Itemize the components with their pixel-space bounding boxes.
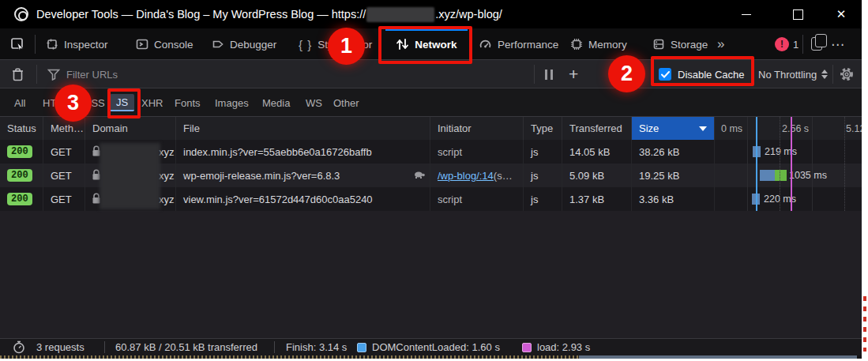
- filter-fonts[interactable]: Fonts: [175, 88, 201, 117]
- timeline-tick-2: 5.12: [846, 117, 862, 140]
- window-title-prefix: Developer Tools — Dinda's Blog – My Word…: [36, 8, 366, 21]
- col-timeline[interactable]: 0 ms 2.56 s 5.12: [715, 117, 862, 140]
- domain-suffix: xyz: [159, 194, 175, 205]
- debugger-icon: [212, 38, 224, 51]
- waterfall-cell: 220 ms: [715, 187, 862, 211]
- trash-icon: [11, 67, 24, 82]
- col-type[interactable]: Type: [524, 117, 562, 140]
- status-badge: 200: [7, 145, 32, 158]
- redacted-domain-blur: [366, 7, 434, 22]
- dom-content-loaded-time[interactable]: DOMContentLoaded: 1.60 s: [372, 339, 500, 355]
- transferred-cell: 1.37 kB: [562, 187, 632, 211]
- timeline-tick-1: 2.56 s: [782, 117, 809, 140]
- size-cell: 38.26 kB: [632, 140, 715, 164]
- file-cell: index.min.js?ver=55aebb6e0a16726baffb: [176, 140, 430, 164]
- window-title-suffix: .xyz/wp-blog/: [435, 8, 502, 21]
- annotation-step-3: 3: [54, 85, 92, 122]
- tab-label: Console: [154, 39, 194, 51]
- filter-images[interactable]: Images: [215, 88, 249, 117]
- pause-icon: [545, 70, 553, 80]
- col-domain[interactable]: Domain: [85, 117, 176, 140]
- col-file[interactable]: File: [176, 117, 430, 140]
- domain-suffix: xyz: [159, 170, 175, 182]
- col-size-sorted[interactable]: Size: [632, 117, 715, 140]
- initiator-cell: /wp-blog/:14 (s…: [430, 164, 524, 187]
- col-initiator[interactable]: Initiator: [430, 117, 524, 140]
- tab-console[interactable]: Console: [136, 28, 194, 60]
- tab-performance[interactable]: Performance: [479, 28, 558, 60]
- tab-storage[interactable]: Storage: [652, 28, 708, 60]
- timeline-gridline: [780, 117, 780, 211]
- dcl-legend-swatch: [357, 339, 366, 355]
- tab-label: Inspector: [64, 39, 108, 51]
- responsive-design-icon[interactable]: [811, 37, 822, 51]
- tab-overflow-chevrons[interactable]: »: [717, 28, 723, 60]
- file-cell: wp-emoji-release.min.js?ver=6.8.3: [176, 164, 430, 187]
- timeline-gridline: [747, 117, 748, 211]
- filter-xhr[interactable]: XHR: [141, 88, 163, 117]
- requests-count[interactable]: 3 requests: [36, 339, 85, 355]
- filter-other[interactable]: Other: [333, 88, 359, 117]
- status-bar: 3 requests 60.87 kB / 20.51 kB transferr…: [0, 338, 862, 355]
- annotation-step-1: 1: [328, 28, 365, 65]
- finish-time: Finish: 3.14 s: [286, 339, 347, 355]
- size-cell: 19.25 kB: [632, 164, 715, 187]
- transferred-summary[interactable]: 60.87 kB / 20.51 kB transferred: [115, 339, 257, 355]
- minimize-button[interactable]: [729, 0, 764, 28]
- redacted-domain-column-blur: [100, 143, 160, 209]
- title-bar: Developer Tools — Dinda's Blog – My Word…: [0, 0, 862, 28]
- status-badge: 200: [7, 193, 32, 205]
- throttling-select[interactable]: No Throttling: [758, 60, 828, 88]
- waterfall-time: 1035 ms: [789, 164, 827, 187]
- load-time[interactable]: load: 2.93 s: [537, 339, 590, 355]
- col-size-label: Size: [639, 122, 659, 134]
- maximize-button[interactable]: [780, 0, 815, 28]
- selection-ants-bottom: [0, 355, 579, 359]
- filter-ws[interactable]: WS: [306, 88, 322, 117]
- sort-desc-icon: [699, 126, 707, 131]
- initiator-link[interactable]: /wp-blog/:14: [438, 170, 494, 182]
- annotation-box-disable-cache: [651, 56, 754, 86]
- stopwatch-icon[interactable]: [13, 339, 25, 355]
- waterfall-bar-green: [775, 170, 787, 181]
- pick-element-icon[interactable]: [8, 35, 28, 54]
- load-legend-swatch: [522, 339, 532, 355]
- settings-gear-icon[interactable]: [839, 60, 855, 88]
- type-cell: js: [524, 140, 562, 164]
- filter-all[interactable]: All: [14, 88, 25, 117]
- background-scrollbar-tail: [857, 355, 862, 359]
- pause-recording-button[interactable]: [545, 60, 553, 88]
- divider: [274, 341, 275, 353]
- new-request-button[interactable]: +: [569, 60, 578, 88]
- selection-ants-right: [863, 296, 866, 352]
- annotation-box-network: [378, 26, 472, 64]
- tab-debugger[interactable]: Debugger: [212, 28, 276, 60]
- initiator-cell: script: [430, 187, 524, 211]
- divider: [832, 65, 833, 84]
- method-cell: GET: [43, 140, 85, 164]
- empty-requests-area: [0, 211, 862, 338]
- col-status[interactable]: Status: [0, 117, 43, 140]
- tab-memory[interactable]: Memory: [570, 28, 627, 60]
- tab-label: Storage: [671, 39, 708, 51]
- filter-funnel-icon: [47, 60, 60, 88]
- size-cell: 3.36 kB: [632, 187, 715, 211]
- col-transferred[interactable]: Transferred: [562, 117, 632, 140]
- filter-media[interactable]: Media: [262, 88, 290, 117]
- annotation-box-js-filter: [107, 88, 141, 118]
- tab-inspector[interactable]: Inspector: [46, 28, 108, 60]
- error-badge-icon[interactable]: !: [775, 37, 789, 51]
- close-button[interactable]: ✕: [824, 0, 859, 28]
- initiator-cell: script: [430, 140, 524, 164]
- tab-label: Performance: [498, 39, 558, 51]
- type-cell: js: [524, 187, 562, 211]
- meatball-menu-icon[interactable]: ⋯: [831, 28, 845, 60]
- dom-content-loaded-marker: [756, 117, 757, 211]
- background-scrollbar-strip: [579, 355, 857, 359]
- table-header-row: Status Meth… Domain File Initiator Type …: [0, 117, 862, 140]
- divider: [534, 65, 535, 84]
- file-cell: view.min.js?ver=61572d447d60c0aa5240: [176, 187, 430, 211]
- clear-requests-button[interactable]: [11, 60, 24, 88]
- divider: [35, 35, 36, 54]
- throttling-value: No Throttling: [758, 69, 817, 81]
